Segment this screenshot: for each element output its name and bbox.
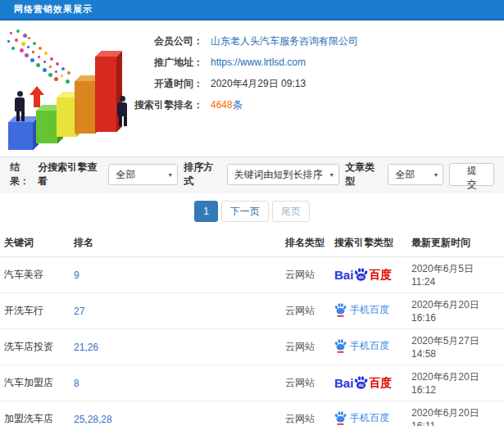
engine-type-cell: 手机百度: [330, 329, 407, 365]
table-row: 加盟洗车店 25,28,28 云网站 手机百度 2020年6月20日 16:11: [0, 401, 504, 426]
engine-type-cell: Bai du 百度: [330, 257, 407, 293]
baidu-paw-icon: du: [354, 376, 368, 390]
rank-cell: 9: [70, 257, 281, 293]
col-header-keyword: 关键词: [0, 229, 70, 257]
baidu-pc-logo: Bai du 百度: [334, 376, 392, 391]
engine-filter-select[interactable]: 全部: [108, 164, 178, 185]
rank-type-cell: 云网站: [281, 401, 330, 426]
pagination: 1 下一页 尾页: [0, 193, 504, 229]
baidu-mobile-logo: 手机百度: [334, 303, 389, 317]
svg-text:du: du: [359, 274, 364, 279]
article-type-wrapper: 全部: [388, 164, 443, 185]
header-bar: 网络营销效果展示: [0, 0, 504, 20]
engine-filter-label: 分搜索引擎查看: [38, 161, 102, 188]
engine-rank-count: 4648: [211, 99, 233, 111]
engine-type-cell: 手机百度: [330, 293, 407, 329]
promo-url-link[interactable]: https://www.lrtlsd.com: [211, 57, 306, 68]
baidu-mobile-paw-icon: [334, 303, 347, 317]
businessman-left-figure: [15, 91, 25, 121]
rank-cell: 8: [70, 365, 281, 401]
baidu-mobile-paw-icon: [334, 411, 347, 425]
engine-type-cell: 手机百度: [330, 401, 407, 426]
svg-text:du: du: [359, 383, 364, 387]
baidu-pc-logo: Bai du 百度: [334, 268, 392, 283]
col-header-rank-type: 排名类型: [281, 229, 330, 257]
member-info-list: 会员公司： 山东老人头汽车服务咨询有限公司 推广地址： https://www.…: [131, 30, 504, 116]
company-label: 会员公司：: [131, 34, 203, 48]
rank-type-cell: 云网站: [281, 293, 330, 329]
last-page-button[interactable]: 尾页: [272, 201, 310, 222]
illus-bar-yellow: [57, 97, 76, 137]
illus-bar-red: [95, 57, 116, 132]
submit-button[interactable]: 提交: [449, 163, 494, 186]
info-row-company: 会员公司： 山东老人头汽车服务咨询有限公司: [131, 30, 504, 52]
businessman-right-figure: [117, 96, 127, 126]
engine-rank-unit: 条: [233, 99, 243, 111]
baidu-mobile-logo: 手机百度: [334, 411, 389, 425]
next-page-button[interactable]: 下一页: [221, 201, 269, 222]
info-row-open-time: 开通时间： 2020年4月29日 09:13: [131, 73, 504, 94]
engine-rank-label: 搜索引擎排名：: [131, 98, 203, 112]
rank-cell: 21,26: [70, 329, 281, 365]
bar-chart-illustration: [0, 24, 133, 155]
article-type-select[interactable]: 全部: [388, 164, 443, 185]
col-header-update-time: 最新更新时间: [407, 229, 504, 257]
promo-url-label: 推广地址：: [131, 56, 203, 70]
rank-type-cell: 云网站: [281, 257, 330, 293]
update-time-cell: 2020年6月20日 16:16: [407, 293, 504, 329]
member-info-section: 会员公司： 山东老人头汽车服务咨询有限公司 推广地址： https://www.…: [0, 20, 504, 156]
col-header-engine-type: 搜索引擎类型: [330, 229, 407, 257]
page-button-1[interactable]: 1: [194, 201, 218, 222]
table-row: 汽车美容 9 云网站 Bai du 百度 2020年6月5日 11:24: [0, 257, 504, 293]
engine-rank-value: 4648条: [211, 98, 243, 112]
company-link[interactable]: 山东老人头汽车服务咨询有限公司: [211, 34, 358, 48]
filter-controls: 分搜索引擎查看 全部 排序方式 关键词由短到长排序 文章类型 全部 提交: [38, 161, 494, 188]
sort-select[interactable]: 关键词由短到长排序: [227, 164, 340, 185]
update-time-cell: 2020年6月5日 11:24: [407, 257, 504, 293]
update-time-cell: 2020年6月20日 16:11: [407, 401, 504, 426]
rank-type-cell: 云网站: [281, 329, 330, 365]
illus-bar-blue: [8, 122, 33, 150]
keyword-cell: 汽车加盟店: [0, 365, 70, 401]
sort-select-wrapper: 关键词由短到长排序: [227, 164, 340, 185]
result-label: 结果：: [10, 161, 38, 188]
baidu-mobile-logo: 手机百度: [334, 339, 389, 353]
engine-type-cell: Bai du 百度: [330, 365, 407, 401]
table-header-row: 关键词 排名 排名类型 搜索引擎类型 最新更新时间: [0, 229, 504, 257]
results-table: 关键词 排名 排名类型 搜索引擎类型 最新更新时间 汽车美容 9 云网站 Bai…: [0, 229, 504, 426]
keyword-cell: 汽车美容: [0, 257, 70, 293]
open-time-value: 2020年4月29日 09:13: [211, 77, 306, 91]
sort-label: 排序方式: [184, 161, 220, 188]
update-time-cell: 2020年6月20日 16:12: [407, 365, 504, 401]
table-row: 开洗车行 27 云网站 手机百度 2020年6月20日 16:16: [0, 293, 504, 329]
baidu-mobile-paw-icon: [334, 339, 347, 353]
info-row-engine-rank: 搜索引擎排名： 4648条: [131, 94, 504, 116]
rank-cell: 25,28,28: [70, 401, 281, 426]
keyword-cell: 洗车店投资: [0, 329, 70, 365]
illus-bar-orange: [75, 81, 95, 134]
update-time-cell: 2020年5月27日 14:58: [407, 329, 504, 365]
page-title: 网络营销效果展示: [14, 3, 93, 16]
keyword-cell: 开洗车行: [0, 293, 70, 329]
filter-bar: 结果： 分搜索引擎查看 全部 排序方式 关键词由短到长排序 文章类型 全部 提交: [0, 156, 504, 193]
info-row-url: 推广地址： https://www.lrtlsd.com: [131, 52, 504, 73]
keyword-cell: 加盟洗车店: [0, 401, 70, 426]
article-type-label: 文章类型: [345, 161, 382, 188]
rank-cell: 27: [70, 293, 281, 329]
col-header-rank: 排名: [70, 229, 281, 257]
rank-type-cell: 云网站: [281, 365, 330, 401]
engine-filter-wrapper: 全部: [108, 164, 178, 185]
table-row: 洗车店投资 21,26 云网站 手机百度 2020年5月27日 14:58: [0, 329, 504, 365]
table-row: 汽车加盟店 8 云网站 Bai du 百度 2020年6月20日 16:12: [0, 365, 504, 401]
open-time-label: 开通时间：: [131, 77, 203, 91]
illus-bar-green: [36, 111, 57, 143]
baidu-paw-icon: du: [354, 268, 368, 282]
growth-arrow-icon: [30, 86, 44, 107]
